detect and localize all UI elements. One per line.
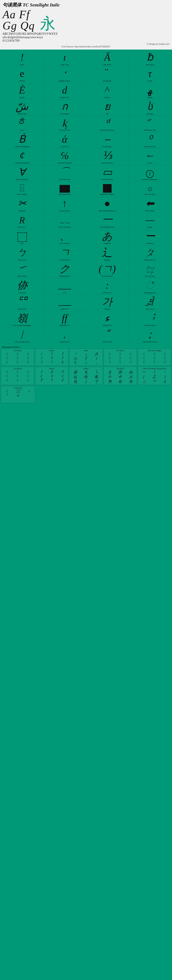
glyph-phonetic-sup: ᵈ: [105, 117, 109, 129]
pg-3-7: Ꞇ: [70, 361, 80, 364]
cell-arrows: ← Arrows: [129, 149, 171, 165]
pg-9-9: 㐈: [125, 380, 136, 384]
pg-6-4: 𡀃: [2, 374, 12, 378]
glyph-grid: ! ASCII ı Latin / Sup Ā Latin Ext A ƀ La…: [0, 49, 172, 345]
pg-4-3: 𪜂: [125, 352, 136, 356]
pg-6-1: 𡀀: [2, 370, 12, 374]
glyph-row-5: ᄒ Jamo ᶄ Phonetics Ext ᵈ Phonetics Ext S…: [1, 116, 171, 132]
cell-bopomofo-ext: ㄆ Bopomofo Ext: [129, 246, 171, 262]
cell-greek-ext: ά Greek Ext: [43, 132, 86, 148]
cell-kangxi: — Kangxi: [129, 213, 171, 229]
glyph-dingbats: ✂: [18, 198, 26, 209]
credit: © Design by fontke.com: [3, 43, 169, 45]
pg-1-2: 𠀁: [13, 352, 23, 356]
label-misc-arrows: Misc Arrows: [145, 210, 154, 212]
label-jamo-ext-a: Jamo Ext A: [18, 308, 26, 310]
glyph-latin-d: :: [106, 280, 109, 291]
label-diacrit-sup: Diacriticals Sup: [144, 129, 156, 131]
panel-label-1: CJK Ext B: [2, 350, 33, 352]
pg-9-8: 㐇: [115, 380, 125, 384]
pg-9-2: 㐁: [115, 370, 125, 375]
cell-jamo-ext-b: ힰ Jamo Ext B: [129, 295, 171, 311]
label-georgian: Georgian: [146, 113, 154, 115]
cell-dingbats: ✂ Dingbats: [1, 197, 43, 213]
pg-9-6: 㐅: [125, 375, 136, 379]
pg-5-6: 𘀅: [160, 356, 170, 360]
header: 句读黑体 TC Semilight Italic Aa Ff Gg Qq 永 A…: [0, 0, 172, 49]
label-half-full: Half-Full Ext Forms: [143, 341, 157, 343]
glyph-sup-punct: ⸺⸺: [59, 220, 70, 226]
pg-8-1: 丽: [70, 370, 80, 375]
cell-phonetic-sup: ᵈ Phonetics Ext Sup: [86, 116, 129, 132]
pg-2-4: 𛅳: [36, 356, 47, 360]
glyph-idc: [18, 232, 27, 242]
panel-grid-9: 㐀 㐁 㐂 㐃 㐄 㐅 㐆 㐇 㐈: [105, 370, 136, 384]
pg-4-9: 𪜈: [125, 360, 136, 364]
pg-3-1: ꝰ: [70, 352, 80, 356]
pg-6-6: 𡀅: [23, 374, 33, 378]
label-jamo-ext-b: Jamo Ext B: [146, 308, 154, 310]
cell-devanagari-ext: ꣠ Devanagari Ext: [129, 278, 171, 294]
glyph-bopomofo-ext: ㄆ: [145, 247, 155, 258]
glyph-cyrillic-sup: d: [62, 84, 67, 96]
pg-4-6: 𪜅: [125, 356, 136, 360]
pg-1-6: 𠀅: [23, 356, 33, 360]
panel-grid-7: 𛆰 𛆱 𛆲 𛆳 𛆴 𛆵 𛆶 𛆷 𛆸: [36, 370, 67, 382]
cell-latin-ext-a: Ā Latin Ext A: [86, 51, 129, 67]
source: Font Source: http://www.fontke.com/font/…: [3, 46, 169, 48]
panel-label-5: CJK Ext H/Tangut: [139, 350, 170, 352]
pg-6-3: 𡀂: [23, 370, 33, 374]
pg-7-8: 𛆷: [47, 378, 57, 382]
label-letterlike: Letterlike Symbols: [58, 162, 72, 164]
label-phonetic-sup: Phonetics Ext Sup: [100, 129, 114, 131]
pg-f-5: ⊂: [13, 393, 23, 398]
label-greek: Greek: [148, 80, 152, 82]
glyph-row-17: 嶺 CJK Compat Ideographs ff Alphabetic PF…: [1, 311, 171, 328]
glyph-katakana: ー: [145, 231, 155, 242]
glyph-compat-jamo: ㄱ: [59, 247, 70, 258]
glyph-arabic: ﻬ: [148, 84, 152, 96]
pg-5-8: 𘀇: [149, 360, 160, 364]
glyph-cjk-rad-sup: ⼀: [102, 214, 113, 226]
pg-10-1: 一: [139, 370, 149, 375]
pg-3-5: Ꞅ: [81, 356, 91, 360]
cell-vertical-forms: ︔ Vertical Forms: [129, 311, 171, 328]
glyph-row-6: Ḃ Latin Ext Additional ά Greek Ext ‒ Pun…: [1, 132, 171, 149]
cell-hiragana: あ Hiragana: [86, 229, 129, 245]
panel-nushu-1: Nushu 𛅰 𛅱 𛅲 𛅳 𛅴 𛅵 𛅶 𛅷 𛅸: [35, 348, 68, 366]
glyph-row-7: ¢ Currency Symbols ℅ Letterlike Symbols …: [1, 149, 171, 165]
pg-5-7: 𘀆: [139, 360, 149, 364]
pg-4-7: 𪜆: [105, 360, 115, 364]
panel-nushu-2: Nushu 𛆰 𛆱 𛆲 𛆳 𛆴 𛆵 𛆶 𛆷 𛆸: [35, 367, 68, 385]
pg-1-5: 𠀄: [13, 356, 23, 360]
label-vertical-forms: Vertical Forms: [144, 325, 155, 326]
panel-khitan-2: Khitan 丽 丸 乁 乣 亁 亃 亄 亅 亇: [69, 367, 103, 385]
label-numforms: Number Forms: [101, 162, 113, 164]
label-hebrew: Hebrew: [104, 97, 110, 99]
cell-cjk: CJK: [43, 278, 86, 294]
cell-radkun: 辶 Radkun: [86, 246, 129, 262]
pg-8-4: 乣: [70, 375, 80, 379]
pg-8-8: 亅: [81, 380, 91, 384]
pg-1-1: 𠀀: [2, 352, 12, 356]
label-kangxi: Kangxi: [147, 226, 153, 228]
label-katakana: Katakana: [146, 242, 154, 245]
label-ctrl-pict: Control Pictures: [101, 178, 113, 181]
panel-label-3: Miao: [70, 350, 101, 352]
pg-7-4: 𛆳: [36, 374, 47, 378]
label-cjk-ext-a: CJK Ext A: [18, 292, 26, 294]
glyph-punct: ‒: [104, 134, 111, 145]
glyph-misc-math-b: ●: [104, 198, 110, 209]
label-enclosed-cjk: Enclosed CJK: [102, 275, 113, 277]
panel-row-final: CJK Ext B 𠀀 ⿰ ¬ 𝀁 ⊂: [1, 386, 171, 403]
cell-misc-tech: ⌒ Misc Technical: [43, 165, 86, 181]
cell-ascii: ! ASCII: [1, 51, 43, 67]
cell-arabic-sup: شّ Arabic Sup: [1, 100, 43, 116]
cell-numforms: ⅓ Number Forms: [86, 149, 129, 165]
glyph-small-forms: ﹐: [59, 329, 70, 340]
glyph-row-11: R Latin Ext C ⸺⸺ Sup Punctuation ⼀ CJK R…: [1, 213, 171, 229]
glyph-latin-ext-a: Ā: [104, 52, 110, 63]
glyph-cjk-compat-forms: ︱: [17, 329, 27, 340]
glyph-arabic-pf-a: ﺀ: [105, 313, 110, 324]
pg-8-5: 亁: [81, 375, 91, 379]
